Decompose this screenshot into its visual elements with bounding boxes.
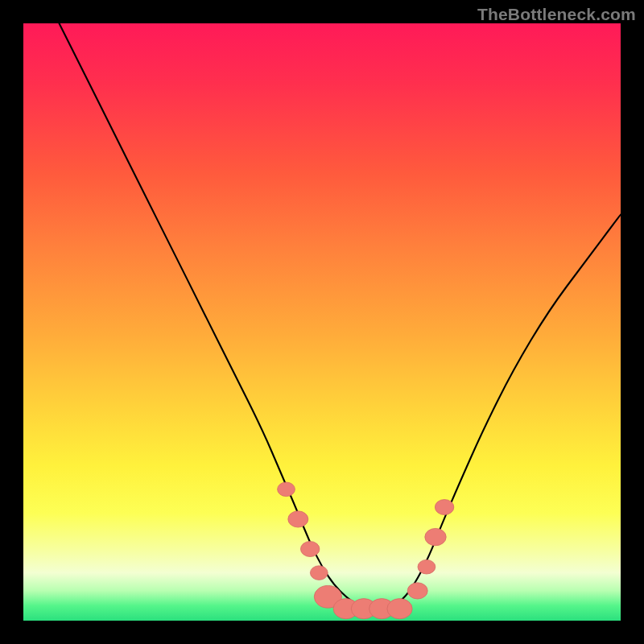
curve-right (382, 214, 621, 609)
line-right-branch (382, 214, 621, 609)
valley-marker (418, 559, 436, 574)
valley-markers (278, 482, 454, 619)
plot-area (23, 23, 621, 621)
valley-marker (435, 500, 453, 515)
valley-marker (278, 482, 295, 497)
valley-marker (407, 583, 427, 599)
valley-marker (425, 528, 446, 545)
chart-frame: TheBottleneck.com (0, 0, 644, 644)
valley-marker (301, 542, 320, 557)
line-left-branch (60, 23, 382, 609)
valley-marker (288, 511, 308, 527)
valley-marker (310, 566, 328, 580)
chart-svg (23, 23, 621, 621)
valley-marker (387, 599, 412, 619)
curve-left (60, 23, 382, 609)
watermark-text: TheBottleneck.com (477, 5, 636, 24)
